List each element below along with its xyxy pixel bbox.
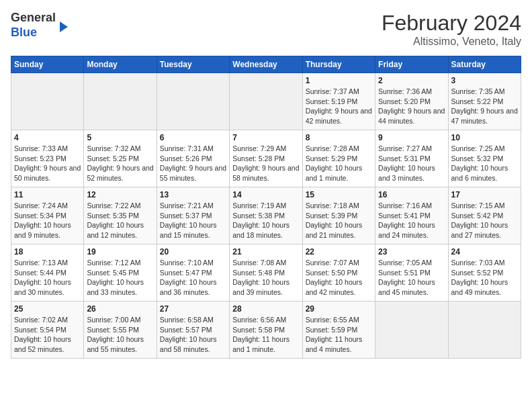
weekday-header-monday: Monday [84,56,157,73]
weekday-header-saturday: Saturday [448,56,521,73]
calendar-cell: 27Sunrise: 6:58 AM Sunset: 5:57 PM Dayli… [157,302,229,359]
calendar-cell: 14Sunrise: 7:19 AM Sunset: 5:38 PM Dayli… [230,187,302,244]
day-info: Sunrise: 7:15 AM Sunset: 5:42 PM Dayligh… [451,201,518,240]
title-block: February 2024 Altissimo, Veneto, Italy [382,11,521,48]
day-number: 1 [306,76,372,85]
day-number: 28 [232,304,299,314]
calendar-cell: 16Sunrise: 7:16 AM Sunset: 5:41 PM Dayli… [375,187,448,244]
day-number: 16 [378,190,445,199]
calendar-cell: 19Sunrise: 7:12 AM Sunset: 5:45 PM Dayli… [84,244,157,302]
day-info: Sunrise: 7:02 AM Sunset: 5:54 PM Dayligh… [14,315,81,355]
day-number: 27 [160,304,226,314]
day-info: Sunrise: 7:16 AM Sunset: 5:41 PM Dayligh… [378,201,445,240]
day-info: Sunrise: 7:18 AM Sunset: 5:39 PM Dayligh… [306,201,372,240]
calendar-cell: 21Sunrise: 7:08 AM Sunset: 5:48 PM Dayli… [230,244,302,302]
day-number: 11 [14,190,81,199]
logo: General Blue [11,11,68,40]
day-number: 22 [306,247,372,257]
calendar-title: February 2024 [382,11,521,36]
day-info: Sunrise: 7:32 AM Sunset: 5:25 PM Dayligh… [87,144,153,183]
day-info: Sunrise: 7:13 AM Sunset: 5:44 PM Dayligh… [14,258,81,298]
day-number: 6 [160,133,226,142]
day-info: Sunrise: 6:55 AM Sunset: 5:59 PM Dayligh… [306,315,372,355]
weekday-header-friday: Friday [375,56,448,73]
day-info: Sunrise: 7:31 AM Sunset: 5:26 PM Dayligh… [160,144,226,183]
day-info: Sunrise: 7:25 AM Sunset: 5:32 PM Dayligh… [451,144,518,183]
calendar-cell: 9Sunrise: 7:27 AM Sunset: 5:31 PM Daylig… [375,130,448,187]
day-number: 29 [306,304,372,314]
day-info: Sunrise: 7:35 AM Sunset: 5:22 PM Dayligh… [451,87,518,126]
logo-blue: Blue [11,26,37,39]
day-number: 5 [87,133,153,142]
day-info: Sunrise: 7:29 AM Sunset: 5:28 PM Dayligh… [232,144,299,183]
calendar-cell [84,73,157,130]
calendar-cell: 22Sunrise: 7:07 AM Sunset: 5:50 PM Dayli… [302,244,375,302]
calendar-cell: 2Sunrise: 7:36 AM Sunset: 5:20 PM Daylig… [375,73,448,130]
calendar-cell: 26Sunrise: 7:00 AM Sunset: 5:55 PM Dayli… [84,302,157,359]
day-number: 19 [87,247,153,257]
logo-arrow-icon [60,21,68,32]
calendar-cell [375,302,448,359]
weekday-header-wednesday: Wednesday [230,56,302,73]
calendar-cell [230,73,302,130]
day-number: 15 [306,190,372,199]
calendar-cell: 6Sunrise: 7:31 AM Sunset: 5:26 PM Daylig… [157,130,229,187]
day-number: 23 [378,247,445,257]
calendar-week-row: 18Sunrise: 7:13 AM Sunset: 5:44 PM Dayli… [11,244,521,302]
day-info: Sunrise: 7:28 AM Sunset: 5:29 PM Dayligh… [306,144,372,183]
calendar-cell [11,73,84,130]
day-number: 13 [160,190,226,199]
day-info: Sunrise: 7:33 AM Sunset: 5:23 PM Dayligh… [14,144,81,183]
day-info: Sunrise: 7:19 AM Sunset: 5:38 PM Dayligh… [232,201,299,240]
day-number: 7 [232,133,299,142]
day-number: 26 [87,304,153,314]
calendar-cell [448,302,521,359]
day-info: Sunrise: 7:00 AM Sunset: 5:55 PM Dayligh… [87,315,153,355]
calendar-week-row: 4Sunrise: 7:33 AM Sunset: 5:23 PM Daylig… [11,130,521,187]
day-number: 24 [451,247,518,257]
calendar-cell: 25Sunrise: 7:02 AM Sunset: 5:54 PM Dayli… [11,302,84,359]
calendar-cell: 1Sunrise: 7:37 AM Sunset: 5:19 PM Daylig… [302,73,375,130]
calendar-header-row: SundayMondayTuesdayWednesdayThursdayFrid… [11,56,521,73]
day-number: 9 [378,133,445,142]
weekday-header-sunday: Sunday [11,56,84,73]
calendar-cell: 8Sunrise: 7:28 AM Sunset: 5:29 PM Daylig… [302,130,375,187]
day-info: Sunrise: 7:24 AM Sunset: 5:34 PM Dayligh… [14,201,81,240]
calendar-cell: 18Sunrise: 7:13 AM Sunset: 5:44 PM Dayli… [11,244,84,302]
day-info: Sunrise: 7:05 AM Sunset: 5:51 PM Dayligh… [378,258,445,298]
day-info: Sunrise: 7:22 AM Sunset: 5:35 PM Dayligh… [87,201,153,240]
day-number: 21 [232,247,299,257]
calendar-cell: 3Sunrise: 7:35 AM Sunset: 5:22 PM Daylig… [448,73,521,130]
calendar-cell: 20Sunrise: 7:10 AM Sunset: 5:47 PM Dayli… [157,244,229,302]
page-header: General Blue February 2024 Altissimo, Ve… [11,11,521,48]
calendar-cell: 28Sunrise: 6:56 AM Sunset: 5:58 PM Dayli… [230,302,302,359]
day-info: Sunrise: 7:21 AM Sunset: 5:37 PM Dayligh… [160,201,226,240]
calendar-cell: 17Sunrise: 7:15 AM Sunset: 5:42 PM Dayli… [448,187,521,244]
calendar-cell: 15Sunrise: 7:18 AM Sunset: 5:39 PM Dayli… [302,187,375,244]
day-number: 2 [378,76,445,85]
calendar-cell: 29Sunrise: 6:55 AM Sunset: 5:59 PM Dayli… [302,302,375,359]
day-info: Sunrise: 7:10 AM Sunset: 5:47 PM Dayligh… [160,258,226,298]
calendar-cell: 11Sunrise: 7:24 AM Sunset: 5:34 PM Dayli… [11,187,84,244]
calendar-cell: 10Sunrise: 7:25 AM Sunset: 5:32 PM Dayli… [448,130,521,187]
day-number: 3 [451,76,518,85]
day-number: 18 [14,247,81,257]
day-number: 4 [14,133,81,142]
calendar-body: 1Sunrise: 7:37 AM Sunset: 5:19 PM Daylig… [11,73,521,359]
day-info: Sunrise: 7:07 AM Sunset: 5:50 PM Dayligh… [306,258,372,298]
day-info: Sunrise: 7:27 AM Sunset: 5:31 PM Dayligh… [378,144,445,183]
calendar-cell: 13Sunrise: 7:21 AM Sunset: 5:37 PM Dayli… [157,187,229,244]
day-number: 25 [14,304,81,314]
calendar-table: SundayMondayTuesdayWednesdayThursdayFrid… [11,56,521,359]
day-number: 17 [451,190,518,199]
calendar-week-row: 1Sunrise: 7:37 AM Sunset: 5:19 PM Daylig… [11,73,521,130]
day-info: Sunrise: 6:56 AM Sunset: 5:58 PM Dayligh… [232,315,299,355]
weekday-header-thursday: Thursday [302,56,375,73]
day-number: 20 [160,247,226,257]
calendar-cell: 5Sunrise: 7:32 AM Sunset: 5:25 PM Daylig… [84,130,157,187]
calendar-week-row: 25Sunrise: 7:02 AM Sunset: 5:54 PM Dayli… [11,302,521,359]
day-number: 14 [232,190,299,199]
weekday-header-tuesday: Tuesday [157,56,229,73]
calendar-cell: 23Sunrise: 7:05 AM Sunset: 5:51 PM Dayli… [375,244,448,302]
day-number: 10 [451,133,518,142]
